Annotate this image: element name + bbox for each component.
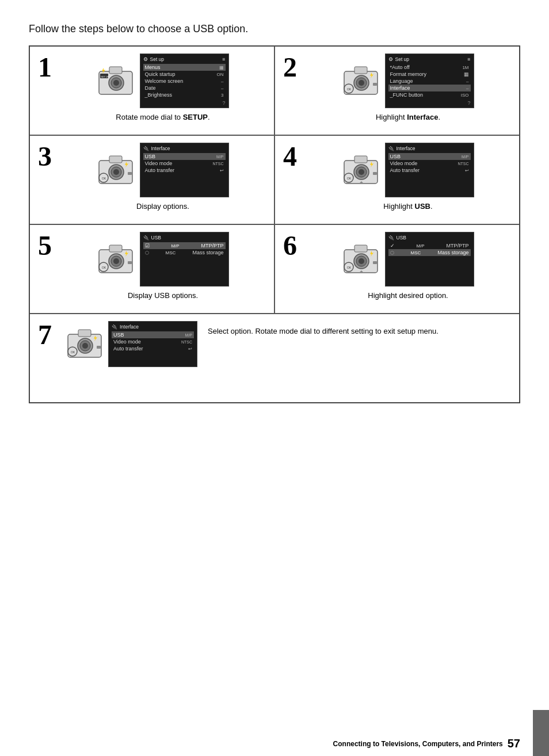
svg-point-49 xyxy=(359,258,364,264)
step-2-caption: Highlight Interface. xyxy=(376,113,440,121)
screen-7: 🔌 Interface USBM/P Video modeNTSC Auto t… xyxy=(108,321,197,367)
page-footer: Connecting to Televisions, Computers, an… xyxy=(0,731,549,756)
step-7-caption: Select option. Rotate mode dial to diffe… xyxy=(208,326,439,337)
svg-rect-16 xyxy=(373,83,377,86)
svg-rect-9 xyxy=(354,67,367,74)
step-6-caption: Highlight desired option. xyxy=(368,291,448,300)
step-7-cell: 7 OK xyxy=(29,314,520,403)
svg-rect-44 xyxy=(128,261,132,264)
step-3-caption: Display options. xyxy=(136,202,189,211)
svg-point-40 xyxy=(113,258,119,264)
svg-point-4 xyxy=(113,80,119,86)
screen-1: ⚙ Set up ≡ Menus▦ Quick startupON Welcom… xyxy=(140,54,229,108)
screen-5: 🔌 USB ☑ M/P MTP/PTP ⬡ MSC xyxy=(140,232,229,287)
svg-point-21 xyxy=(113,169,119,175)
camera-body-1: SET UP xyxy=(97,61,136,101)
camera-body-5: OK xyxy=(97,239,136,280)
svg-point-12 xyxy=(359,80,364,86)
step-4-number: 4 xyxy=(283,143,297,170)
svg-point-59 xyxy=(82,343,88,349)
steps-grid: 1 xyxy=(29,45,520,403)
svg-rect-34 xyxy=(373,172,377,175)
svg-rect-46 xyxy=(354,245,367,252)
svg-rect-53 xyxy=(373,261,377,264)
svg-rect-56 xyxy=(78,330,91,337)
camera-body-2: OK xyxy=(342,61,382,101)
svg-text:OK: OK xyxy=(347,177,352,180)
step-4-caption: Highlight USB. xyxy=(383,202,432,211)
step-2-number: 2 xyxy=(283,54,297,81)
svg-text:OK: OK xyxy=(102,177,106,180)
svg-text:OK: OK xyxy=(347,87,352,91)
step-3-cell: 3 OK xyxy=(29,135,274,224)
svg-text:SET UP: SET UP xyxy=(101,75,109,78)
step-1-cell: 1 xyxy=(29,46,274,135)
step-4-cell: 4 OK xyxy=(274,135,520,224)
svg-rect-18 xyxy=(109,156,122,163)
step-1-caption: Rotate mode dial to SETUP. xyxy=(116,113,209,121)
svg-rect-25 xyxy=(128,172,132,175)
svg-text:OK: OK xyxy=(347,266,352,269)
svg-text:OK: OK xyxy=(71,350,75,354)
step-7-number: 7 xyxy=(38,321,52,349)
screen-4: 🔌 Interface USBM/P Video modeNTSC Auto t… xyxy=(385,143,474,197)
camera-body-4: OK xyxy=(342,150,382,190)
intro-text: Follow the steps below to choose a USB o… xyxy=(29,23,520,35)
footer-page-number: 57 xyxy=(508,737,520,750)
svg-point-30 xyxy=(359,169,364,175)
step-2-cell: 2 OK xyxy=(274,46,520,135)
svg-text:OK: OK xyxy=(102,266,106,269)
camera-body-3: OK xyxy=(97,150,136,190)
screen-6: 🔌 USB ✓ M/P MTP/PTP ⬡ MSC xyxy=(385,232,474,287)
step-3-number: 3 xyxy=(38,143,52,170)
camera-body-6: OK xyxy=(342,239,382,280)
svg-rect-37 xyxy=(109,245,122,252)
footer-text: Connecting to Televisions, Computers, an… xyxy=(333,740,503,748)
step-5-number: 5 xyxy=(38,232,52,259)
step-6-cell: 6 OK xyxy=(274,224,520,314)
screen-2: ⚙ Set up ≡ *Auto off1M Format memory▦ La… xyxy=(385,54,474,108)
step-5-cell: 5 OK xyxy=(29,224,274,314)
footer-tab xyxy=(533,710,549,756)
svg-rect-1 xyxy=(109,67,122,74)
svg-rect-27 xyxy=(354,156,367,163)
step-5-caption: Display USB options. xyxy=(128,291,198,300)
svg-rect-63 xyxy=(97,346,101,349)
step-1-number: 1 xyxy=(38,54,52,81)
screen-3: 🔌 Interface USBM/P Video modeNTSC Auto t… xyxy=(140,143,229,197)
camera-body-7: OK xyxy=(66,324,105,364)
step-6-number: 6 xyxy=(283,232,297,259)
